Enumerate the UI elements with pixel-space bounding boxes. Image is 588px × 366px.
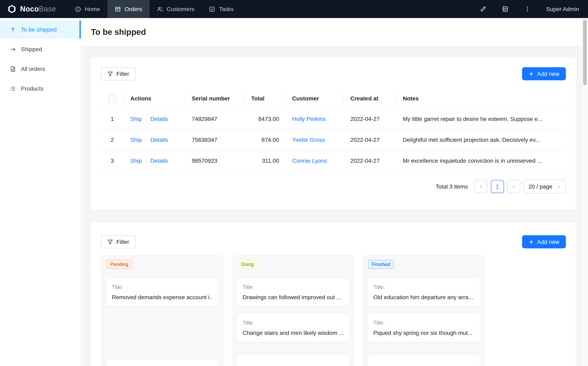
next-page-button[interactable] (507, 180, 520, 193)
page-1-button[interactable]: 1 (491, 180, 504, 193)
card-field-label: Title: (112, 284, 213, 290)
customer-link[interactable]: Connie Lyons (292, 157, 327, 164)
top-navbar: NocoBase Home Orders (0, 0, 588, 18)
kanban-card[interactable]: Title: Piqued shy spring nor six though … (367, 313, 480, 342)
tasks-check-icon (209, 6, 215, 12)
more-menu-icon[interactable] (524, 6, 531, 12)
kanban-card-partial[interactable] (236, 354, 349, 366)
kanban-card[interactable]: Title: Removed demands expense account i… (106, 277, 219, 306)
nav-item-home[interactable]: Home (68, 0, 107, 18)
card-field-value: Old education him departure any arra... (373, 294, 474, 300)
sidebar: To be shipped Shipped All orders (0, 18, 81, 366)
page-header: To be shipped (81, 18, 588, 46)
card-field-value: Piqued shy spring nor six though mut... (373, 329, 474, 336)
column-header-actions: Actions (124, 89, 185, 108)
total-cell: 8473.00 (245, 108, 286, 129)
kanban-card-partial[interactable] (106, 359, 219, 366)
row-actions: ShipDetails (124, 129, 185, 150)
ui-editor-pen-icon[interactable] (480, 6, 486, 12)
nav-item-customers[interactable]: Customers (150, 0, 202, 18)
kanban-card-partial[interactable] (367, 354, 480, 366)
total-cell: 874.00 (245, 129, 286, 150)
nav-item-orders[interactable]: Orders (107, 0, 150, 18)
orders-box-icon (115, 6, 121, 12)
kanban-filter-button[interactable]: Filter (101, 235, 136, 248)
kanban-card[interactable]: Title: Change stairs and men likely wisd… (236, 313, 349, 342)
main-nav: Home Orders Customers (68, 0, 241, 18)
app: NocoBase Home Orders (0, 0, 588, 366)
plus-icon (528, 239, 534, 244)
add-new-button[interactable]: Add new (522, 67, 566, 80)
kanban-card[interactable]: Title: Drawings can followed improved ou… (236, 277, 349, 306)
filter-funnel-icon (107, 239, 113, 245)
details-link[interactable]: Details (150, 157, 168, 164)
status-tag-doing: Doing (237, 260, 257, 269)
kanban-column-finished: Finished Title: Old education him depart… (362, 255, 485, 366)
nav-label-home: Home (85, 6, 100, 12)
customer-link[interactable]: Holly Perkins (292, 115, 325, 122)
row-index: 3 (101, 150, 124, 171)
scrollbar-thumb[interactable] (583, 20, 587, 85)
sidebar-item-all-orders[interactable]: All orders (0, 60, 81, 78)
kanban-add-new-button[interactable]: Add new (522, 235, 566, 248)
arrow-up-icon (10, 26, 16, 33)
database-icon[interactable] (502, 6, 508, 12)
logo[interactable]: NocoBase (0, 0, 63, 18)
column-header-notes: Notes (396, 89, 566, 108)
card-field-value: Removed demands expense account i... (112, 294, 213, 300)
sidebar-label: To be shipped (21, 26, 57, 33)
ship-link[interactable]: Ship (130, 115, 142, 122)
total-cell: 311.00 (245, 150, 286, 171)
serial-number-cell: 74829847 (185, 108, 245, 129)
pagination: Total 3 items 1 (101, 180, 566, 193)
customer-cell: Connie Lyons (286, 150, 344, 171)
kanban-toolbar: Filter Add new (101, 235, 566, 248)
action-divider (146, 158, 146, 164)
details-link[interactable]: Details (150, 115, 168, 122)
table-row: 3 ShipDetails 98570923 311.00 Connie Lyo… (101, 150, 566, 171)
card-field-label: Title: (242, 284, 343, 290)
kanban-card[interactable]: Title: Old education him departure any a… (367, 277, 480, 306)
pagination-total: Total 3 items (436, 183, 468, 190)
file-icon (10, 66, 16, 72)
sidebar-item-to-be-shipped[interactable]: To be shipped (0, 21, 81, 38)
orders-table: Actions Serial number Total Customer Cre… (101, 89, 566, 171)
filter-button[interactable]: Filter (101, 67, 136, 80)
orders-toolbar: Filter Add new (101, 67, 566, 80)
sidebar-item-products[interactable]: Products (0, 79, 81, 98)
notes-cell: My little garret repair to desire he est… (396, 108, 566, 129)
customers-icon (157, 6, 163, 12)
column-header-created-at: Created at (344, 89, 396, 108)
customer-cell: Yvette Gross (286, 129, 344, 150)
prev-page-button[interactable] (474, 180, 487, 193)
action-divider (146, 137, 146, 143)
content-area: Filter Add new (81, 57, 588, 366)
arrow-right-icon (10, 46, 16, 52)
nocobase-logo-icon (7, 5, 16, 14)
chevron-down-icon (557, 184, 561, 189)
nav-label-customers: Customers (167, 6, 195, 12)
user-menu[interactable]: Super Admin (546, 6, 579, 12)
card-field-label: Title: (373, 320, 474, 326)
customer-link[interactable]: Yvette Gross (292, 137, 325, 143)
table-header-row: Actions Serial number Total Customer Cre… (101, 89, 566, 108)
card-field-value: Drawings can followed improved out ... (242, 294, 343, 300)
scrollbar (582, 18, 588, 366)
add-new-label: Add new (537, 238, 559, 245)
row-index: 2 (101, 129, 124, 150)
ship-link[interactable]: Ship (130, 137, 142, 143)
kanban-board: Pending Title: Removed demands expense a… (101, 255, 566, 366)
details-link[interactable]: Details (150, 137, 168, 143)
created-at-cell: 2022-04-27 (344, 108, 396, 129)
nav-item-tasks[interactable]: Tasks (202, 0, 241, 18)
sidebar-item-shipped[interactable]: Shipped (0, 40, 81, 58)
plus-icon (528, 71, 534, 76)
select-all-checkbox[interactable] (109, 95, 116, 102)
logo-text: NocoBase (20, 5, 56, 13)
navbar-right: Super Admin (480, 0, 588, 18)
page-size-select[interactable]: 20 / page (523, 180, 566, 193)
ship-link[interactable]: Ship (130, 157, 142, 164)
card-field-value: Change stairs and men likely wisdom ... (242, 329, 343, 336)
sidebar-label: Products (21, 85, 44, 92)
filter-label: Filter (116, 70, 129, 77)
